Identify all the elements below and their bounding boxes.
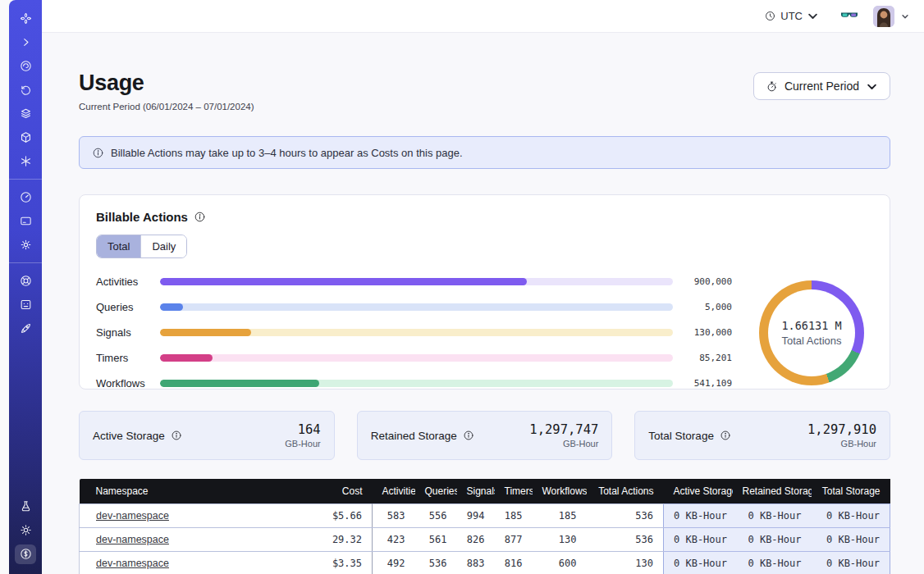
storage-card-label: Retained Storage (371, 430, 474, 442)
value-cell: 130 (533, 527, 587, 551)
page-content: Usage Current Period (06/01/2024 – 07/01… (42, 33, 924, 574)
storage-value: 164 (285, 422, 320, 437)
storage-unit: GB-Hour (529, 439, 598, 449)
bar-label: Activities (96, 276, 160, 288)
namespace-link[interactable]: dev-namespace (96, 510, 169, 522)
column-header: Queries (415, 479, 457, 503)
sidebar (9, 0, 42, 574)
bar-fill (160, 354, 213, 362)
bar-label: Queries (96, 301, 160, 313)
billing-card-icon[interactable] (15, 212, 36, 231)
billable-actions-chart: Activities900,000Queries5,000Signals130,… (96, 276, 873, 390)
value-cell: 0 KB-Hour (733, 551, 812, 574)
total-actions-donut: 1.66131 M Total Actions (759, 280, 864, 385)
namespace-cell: dev-namespace (80, 527, 293, 551)
storage-value-block: 1,297,747GB-Hour (529, 422, 598, 449)
settings-gear-icon[interactable] (15, 235, 36, 255)
donut-total-label: Total Actions (782, 335, 842, 347)
value-cell: 0 KB-Hour (812, 503, 890, 527)
usage-gauge-icon[interactable] (15, 188, 36, 207)
storage-summary-row: Active Storage164GB-HourRetained Storage… (79, 411, 890, 460)
storage-label-text: Retained Storage (371, 430, 457, 442)
storage-value: 1,297,747 (529, 422, 598, 437)
bar-value: 5,000 (673, 302, 732, 312)
table-row: dev-namespace$3.354925368838166001300 KB… (80, 551, 890, 574)
bar-track (160, 329, 673, 336)
glasses-icon[interactable] (840, 11, 858, 22)
bar-value: 541,109 (673, 378, 732, 389)
value-cell: 0 KB-Hour (664, 527, 733, 551)
info-icon[interactable] (720, 430, 731, 441)
expand-chevron-icon[interactable] (15, 33, 36, 52)
avatar[interactable] (873, 6, 894, 27)
value-cell: 492 (373, 551, 415, 574)
bar-track (160, 380, 673, 387)
bar-row: Timers85,201 (96, 352, 732, 364)
info-icon[interactable] (463, 430, 474, 441)
timezone-selector[interactable]: UTC (764, 10, 819, 22)
banner-text: Billable Actions may take up to 3–4 hour… (111, 147, 463, 159)
donut-wrap: 1.66131 M Total Actions (750, 280, 873, 385)
asterisk-icon[interactable] (15, 152, 36, 171)
storage-label-text: Total Storage (648, 430, 714, 442)
value-cell: 0 KB-Hour (664, 503, 733, 527)
value-cell: $3.35 (293, 551, 373, 574)
value-cell: 556 (415, 503, 457, 527)
value-cell: 583 (373, 503, 415, 527)
storage-unit: GB-Hour (285, 439, 320, 449)
namespaces-icon[interactable] (15, 57, 36, 76)
bar-value: 900,000 (673, 276, 732, 287)
cube-icon[interactable] (15, 128, 36, 148)
column-header: Timers (495, 479, 533, 503)
namespace-usage-table: NamespaceCostActivitiesQueriesSignalsTim… (79, 479, 890, 574)
bar-chart: Activities900,000Queries5,000Signals130,… (96, 276, 732, 390)
support-lifebuoy-icon[interactable] (15, 271, 36, 291)
bar-row: Signals130,000 (96, 326, 732, 339)
value-cell: 536 (587, 527, 664, 551)
chevron-down-icon (807, 10, 819, 22)
value-cell: 994 (457, 503, 495, 527)
table-row: dev-namespace$5.665835569941851855360 KB… (80, 503, 890, 527)
temporal-logo-icon[interactable] (15, 9, 36, 29)
bar-label: Signals (96, 326, 160, 339)
info-icon[interactable] (194, 211, 206, 223)
account-menu-chevron[interactable] (901, 12, 909, 20)
value-cell: 185 (533, 503, 587, 527)
storage-card-label: Active Storage (93, 430, 182, 442)
value-cell: 0 KB-Hour (664, 551, 733, 574)
bar-track (160, 278, 673, 285)
value-cell: 536 (415, 551, 457, 574)
billable-actions-card: Billable Actions Total Daily Activities9… (79, 194, 890, 390)
value-cell: 826 (457, 527, 495, 551)
namespace-link[interactable]: dev-namespace (96, 558, 169, 569)
tab-daily[interactable]: Daily (140, 235, 186, 257)
storage-card-label: Total Storage (648, 430, 731, 442)
value-cell: 0 KB-Hour (812, 551, 890, 574)
namespace-link[interactable]: dev-namespace (96, 534, 169, 545)
timezone-label: UTC (780, 10, 803, 22)
rocket-icon[interactable] (15, 319, 36, 339)
pricing-coin-icon[interactable] (15, 544, 36, 564)
storage-value-block: 164GB-Hour (285, 422, 320, 449)
value-cell: 423 (373, 527, 415, 551)
value-cell: 130 (587, 551, 664, 574)
tab-total[interactable]: Total (97, 235, 140, 257)
billable-actions-title-row: Billable Actions (96, 210, 873, 224)
value-cell: 185 (495, 503, 533, 527)
info-icon[interactable] (171, 430, 182, 441)
theme-sun-icon[interactable] (15, 521, 36, 540)
storage-value: 1,297,910 (807, 422, 876, 437)
billable-actions-title: Billable Actions (96, 210, 188, 224)
total-daily-tabs: Total Daily (96, 235, 187, 258)
lab-flask-icon[interactable] (15, 497, 36, 517)
period-dropdown-button[interactable]: Current Period (753, 72, 890, 100)
feedback-console-icon[interactable] (15, 295, 36, 315)
value-cell: 561 (415, 527, 457, 551)
value-cell: $5.66 (293, 503, 373, 527)
clock-icon (764, 10, 776, 22)
donut-center: 1.66131 M Total Actions (759, 280, 864, 385)
value-cell: 0 KB-Hour (812, 527, 890, 551)
history-icon[interactable] (15, 80, 36, 100)
stopwatch-icon (766, 80, 778, 93)
layers-icon[interactable] (15, 104, 36, 124)
